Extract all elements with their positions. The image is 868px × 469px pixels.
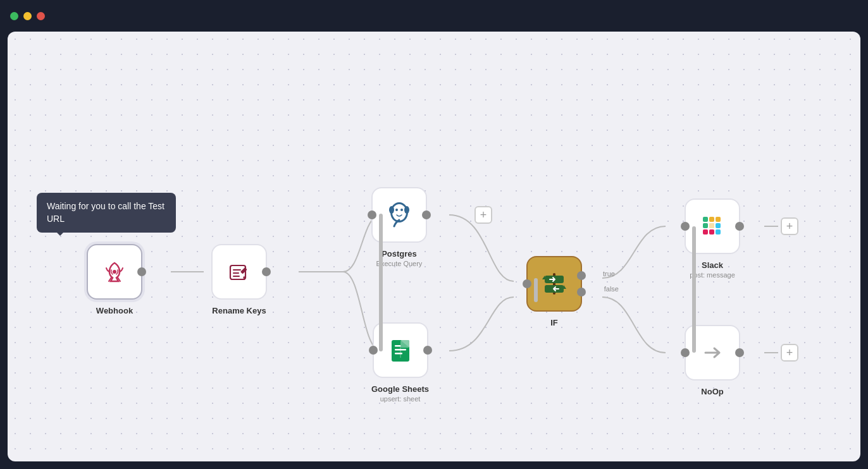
svg-rect-26 — [703, 223, 708, 228]
svg-point-15 — [404, 206, 409, 214]
postgres-input-connector — [368, 210, 376, 219]
postgres-add-button[interactable]: + — [474, 206, 492, 224]
webhook-output-connector — [137, 267, 146, 276]
svg-point-13 — [400, 209, 403, 211]
postgres-output-connector — [422, 210, 431, 219]
svg-rect-32 — [716, 229, 721, 234]
svg-rect-25 — [703, 217, 708, 222]
noop-output-connector — [735, 348, 744, 357]
svg-point-4 — [113, 270, 116, 274]
noop-input-connector — [681, 348, 690, 357]
postgres-sublabel: Execute Query — [376, 260, 423, 267]
dot-red[interactable] — [37, 12, 45, 20]
postgres-split-bar — [379, 214, 383, 351]
svg-rect-28 — [716, 217, 721, 222]
if-false-connector — [577, 288, 586, 296]
svg-rect-33 — [709, 223, 714, 228]
svg-point-14 — [389, 206, 394, 214]
svg-point-11 — [392, 204, 406, 221]
svg-rect-29 — [703, 229, 708, 234]
webhook-label: Webhook — [96, 306, 133, 315]
if-icon — [538, 268, 570, 300]
svg-point-12 — [395, 209, 398, 211]
google-sheets-sublabel: upsert: sheet — [380, 395, 421, 403]
google-sheets-input-connector — [369, 346, 378, 355]
webhook-node[interactable]: Webhook — [87, 244, 142, 315]
dot-yellow[interactable] — [23, 12, 32, 20]
svg-rect-27 — [709, 217, 714, 222]
dot-green[interactable] — [10, 12, 18, 20]
postgres-label: Postgres — [381, 249, 417, 259]
slack-sublabel: post: message — [690, 271, 735, 279]
slack-output-connector — [735, 222, 744, 231]
google-sheets-output-connector — [423, 346, 432, 355]
if-label: IF — [550, 318, 558, 327]
svg-rect-19 — [395, 353, 402, 355]
google-sheets-icon — [387, 336, 414, 364]
postgres-icon — [384, 200, 414, 230]
rename-keys-output-connector — [262, 267, 271, 276]
workflow-canvas: Waiting for you to call the Test URL Web… — [8, 32, 860, 461]
if-false-label: false — [604, 285, 619, 293]
if-true-connector — [577, 271, 586, 280]
titlebar — [0, 0, 868, 32]
svg-rect-30 — [709, 229, 714, 234]
tooltip-text: Waiting for you to call the Test URL — [47, 201, 164, 224]
if-output-bar — [534, 278, 538, 302]
rename-keys-icon — [226, 259, 252, 284]
rename-keys-label: Rename Keys — [212, 306, 266, 315]
slack-input-connector — [681, 222, 690, 231]
webhook-icon — [101, 258, 128, 286]
rename-keys-node[interactable]: Rename Keys — [211, 244, 267, 315]
noop-add-button[interactable]: + — [781, 344, 798, 362]
noop-label: NoOp — [701, 387, 723, 396]
tooltip: Waiting for you to call the Test URL — [37, 193, 176, 233]
slack-label: Slack — [702, 260, 723, 270]
noop-icon — [699, 339, 726, 366]
slack-add-button[interactable]: + — [781, 217, 798, 235]
google-sheets-label: Google Sheets — [371, 384, 429, 394]
slack-noop-input-bar — [692, 226, 696, 353]
if-input-connector — [523, 279, 531, 288]
if-true-label: true — [603, 270, 615, 277]
svg-rect-31 — [716, 223, 721, 228]
slack-icon — [698, 212, 727, 241]
